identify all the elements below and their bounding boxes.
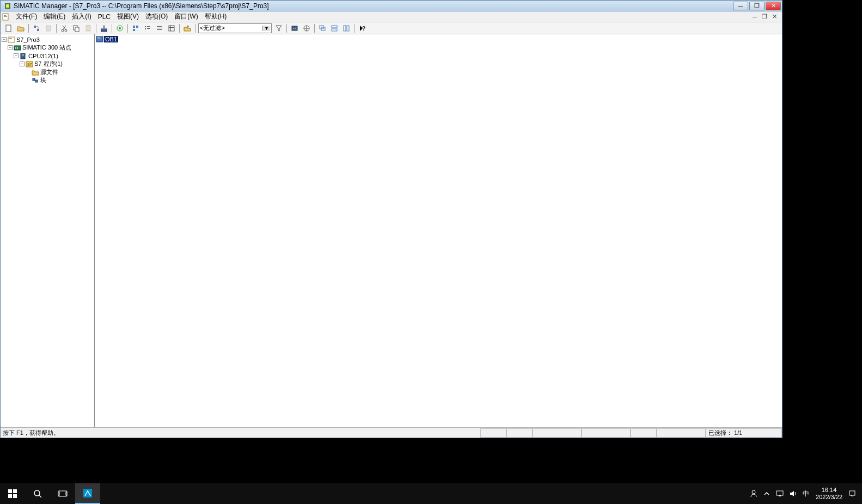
menu-options[interactable]: 选项(O) — [142, 11, 171, 22]
collapse-icon[interactable]: − — [20, 62, 25, 66]
svg-rect-45 — [15, 47, 16, 49]
window-cascade-button[interactable] — [317, 23, 328, 34]
svg-rect-5 — [6, 25, 11, 32]
online-button[interactable] — [114, 23, 125, 34]
filter-settings-button[interactable] — [273, 23, 284, 34]
svg-rect-15 — [101, 29, 107, 32]
large-icons-button[interactable] — [130, 23, 141, 34]
accessible-nodes-button[interactable] — [31, 23, 42, 34]
open-button[interactable] — [15, 23, 26, 34]
mdi-close-button[interactable]: ✕ — [771, 14, 778, 20]
program-icon: S7 — [26, 61, 33, 67]
menu-window[interactable]: 窗口(W) — [171, 11, 201, 22]
svg-rect-14 — [87, 25, 89, 26]
svg-rect-13 — [86, 26, 90, 31]
copy-button[interactable] — [71, 23, 82, 34]
svg-rect-6 — [34, 26, 36, 28]
project-tree[interactable]: − S7_Pro3 − SIMATIC 300 站点 − CPU312(1) −… — [1, 34, 95, 427]
svg-rect-40 — [347, 26, 349, 31]
simulate-button[interactable] — [289, 23, 300, 34]
collapse-icon[interactable]: − — [14, 53, 19, 58]
tree-node-program[interactable]: − S7 S7 程序(1) — [2, 60, 93, 68]
window-title: SIMATIC Manager - [S7_Pro3 -- C:\Program… — [14, 2, 733, 10]
search-button[interactable] — [25, 483, 50, 504]
workspace: − S7_Pro3 − SIMATIC 300 站点 − CPU312(1) −… — [1, 34, 782, 427]
collapse-icon[interactable]: − — [8, 45, 13, 50]
project-icon — [8, 36, 15, 43]
ob-block-icon — [96, 36, 103, 42]
menu-help[interactable]: 帮助(H) — [201, 11, 230, 22]
taskbar: 中 16:14 2022/3/22 — [0, 483, 862, 504]
collapse-icon[interactable]: − — [2, 37, 7, 42]
svg-point-60 — [34, 490, 40, 496]
tree-node-blocks[interactable]: 块 — [2, 76, 93, 84]
content-panel[interactable]: OB1 — [95, 34, 782, 427]
menu-plc[interactable]: PLC — [95, 12, 114, 22]
svg-point-17 — [119, 27, 121, 29]
start-button[interactable] — [0, 483, 25, 504]
volume-icon[interactable] — [787, 488, 798, 499]
block-item[interactable]: OB1 — [96, 35, 118, 43]
mdi-restore-button[interactable]: ❐ — [761, 14, 768, 20]
window-vertical-button[interactable] — [341, 23, 352, 34]
svg-rect-4 — [4, 16, 7, 17]
menu-insert[interactable]: 插入(I) — [69, 11, 94, 22]
notifications-icon[interactable] — [847, 488, 858, 499]
svg-rect-25 — [157, 26, 162, 27]
filter-dropdown[interactable]: <无过滤> ▼ — [198, 23, 272, 33]
clock-time: 16:14 — [816, 487, 842, 494]
svg-rect-57 — [13, 489, 17, 493]
mdi-minimize-button[interactable]: ─ — [751, 14, 758, 20]
tray-chevron-icon[interactable] — [761, 488, 772, 499]
network-icon[interactable] — [774, 488, 785, 499]
svg-rect-8 — [46, 26, 51, 31]
svg-rect-51 — [33, 78, 35, 81]
maximize-button[interactable]: ❐ — [749, 2, 765, 10]
svg-rect-19 — [136, 26, 138, 28]
svg-rect-55 — [97, 39, 101, 39]
svg-rect-54 — [97, 38, 100, 38]
download-button[interactable] — [99, 23, 109, 34]
ime-indicator[interactable]: 中 — [800, 488, 811, 499]
context-help-button[interactable]: ? — [357, 23, 368, 34]
task-view-button[interactable] — [50, 483, 75, 504]
people-icon[interactable] — [748, 488, 759, 499]
svg-text:?: ? — [362, 26, 365, 32]
taskbar-app-simatic[interactable] — [75, 483, 100, 504]
svg-rect-31 — [292, 26, 297, 30]
clock[interactable]: 16:14 2022/3/22 — [812, 487, 846, 501]
menu-edit[interactable]: 编辑(E) — [40, 11, 69, 22]
svg-rect-27 — [157, 29, 162, 30]
svg-rect-59 — [13, 494, 17, 498]
svg-rect-29 — [169, 27, 174, 28]
paste-button[interactable] — [83, 23, 94, 34]
details-button[interactable] — [166, 23, 177, 34]
svg-rect-67 — [779, 495, 781, 496]
svg-rect-68 — [849, 491, 855, 495]
close-button[interactable]: ✕ — [766, 2, 781, 10]
list-button[interactable] — [154, 23, 165, 34]
statusbar: 按下 F1，获得帮助。 已选择： 1/1 — [1, 427, 782, 438]
memory-card-button[interactable] — [43, 23, 54, 34]
status-cell-2 — [506, 428, 533, 438]
tree-node-sources[interactable]: 源文件 — [2, 68, 93, 76]
tree-node-station[interactable]: − SIMATIC 300 站点 — [2, 44, 93, 52]
svg-rect-12 — [75, 27, 79, 32]
svg-rect-28 — [169, 26, 174, 31]
svg-rect-56 — [8, 489, 12, 493]
toolbar: <无过滤> ▼ ? — [1, 22, 782, 34]
menu-file[interactable]: 文件(F) — [13, 11, 40, 22]
small-icons-button[interactable] — [142, 23, 153, 34]
tree-node-project[interactable]: − S7_Pro3 — [2, 35, 93, 44]
configure-network-button[interactable] — [301, 23, 312, 34]
tree-node-cpu[interactable]: − CPU312(1) — [2, 52, 93, 60]
menu-view[interactable]: 视图(V) — [114, 11, 142, 22]
new-button[interactable] — [3, 23, 14, 34]
up-one-level-button[interactable] — [182, 23, 193, 34]
app-icon — [4, 2, 11, 10]
cut-button[interactable] — [59, 23, 70, 34]
blocks-icon — [32, 77, 39, 84]
svg-rect-1 — [6, 4, 9, 8]
minimize-button[interactable]: ─ — [733, 2, 748, 10]
window-horizontal-button[interactable] — [329, 23, 340, 34]
